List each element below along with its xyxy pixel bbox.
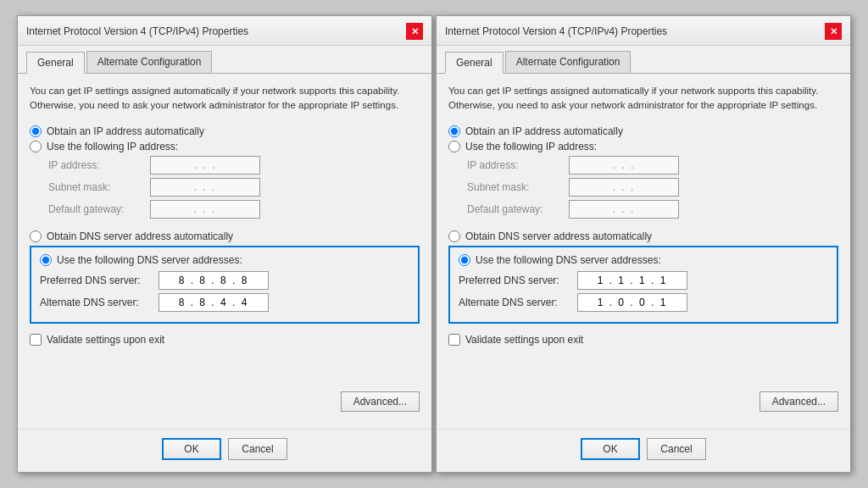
- button-row-left: OK Cancel: [18, 429, 431, 472]
- validate-checkbox-right[interactable]: [448, 334, 460, 346]
- ip-auto-radio-right[interactable]: [448, 125, 460, 137]
- dns-auto-radio-right[interactable]: [448, 230, 460, 242]
- subnet-row-right: Subnet mask:: [467, 178, 838, 197]
- gateway-row-right: Default gateway:: [467, 200, 838, 219]
- subnet-label-left: Subnet mask:: [48, 181, 150, 193]
- validate-row-right: Validate settings upon exit: [448, 334, 838, 346]
- title-bar-left: Internet Protocol Version 4 (TCP/IPv4) P…: [18, 16, 431, 46]
- validate-row-left: Validate settings upon exit: [30, 334, 420, 346]
- gateway-row-left: Default gateway:: [48, 200, 420, 219]
- dialog-left: Internet Protocol Version 4 (TCP/IPv4) P…: [17, 15, 432, 473]
- dialog-content-left: General Alternate Configuration You can …: [18, 46, 431, 472]
- gateway-input-right[interactable]: [569, 200, 679, 219]
- dns-manual-row-left: Use the following DNS server addresses:: [40, 254, 409, 266]
- preferred-dns-row-left: Preferred DNS server:: [40, 271, 409, 290]
- ip-auto-row-left: Obtain an IP address automatically: [30, 125, 420, 137]
- dns-auto-row-right: Obtain DNS server address automatically: [448, 230, 838, 242]
- subnet-input-left[interactable]: [150, 178, 260, 197]
- ip-section-right: Obtain an IP address automatically Use t…: [448, 125, 838, 225]
- dns-manual-section-right: Use the following DNS server addresses: …: [448, 246, 838, 324]
- ip-manual-label-right: Use the following IP address:: [465, 141, 597, 152]
- advanced-button-left[interactable]: Advanced...: [341, 391, 420, 412]
- preferred-dns-label-left: Preferred DNS server:: [40, 274, 159, 286]
- dns-manual-radio-left[interactable]: [40, 254, 52, 266]
- title-left: Internet Protocol Version 4 (TCP/IPv4) P…: [26, 25, 248, 37]
- tab-general-right[interactable]: General: [445, 52, 504, 74]
- preferred-dns-row-right: Preferred DNS server:: [459, 271, 828, 290]
- ok-button-right[interactable]: OK: [581, 438, 640, 460]
- ip-address-row-right: IP address:: [467, 156, 838, 175]
- subnet-label-right: Subnet mask:: [467, 181, 569, 193]
- dns-manual-radio-right[interactable]: [459, 254, 470, 266]
- dns-manual-row-right: Use the following DNS server addresses:: [459, 254, 828, 266]
- preferred-dns-label-right: Preferred DNS server:: [459, 274, 577, 286]
- alternate-dns-label-left: Alternate DNS server:: [40, 297, 159, 308]
- bottom-row-right: Advanced...: [448, 391, 838, 412]
- ip-auto-radio-left[interactable]: [30, 125, 42, 137]
- ip-manual-row-left: Use the following IP address:: [30, 141, 420, 152]
- alternate-dns-row-left: Alternate DNS server:: [40, 293, 409, 312]
- button-row-right: OK Cancel: [437, 429, 850, 472]
- dialog-right: Internet Protocol Version 4 (TCP/IPv4) P…: [436, 15, 851, 473]
- ip-address-input-left[interactable]: [150, 156, 260, 175]
- validate-checkbox-left[interactable]: [30, 334, 42, 346]
- cancel-button-right[interactable]: Cancel: [647, 438, 706, 460]
- ok-button-left[interactable]: OK: [162, 438, 221, 460]
- tab-alternate-left[interactable]: Alternate Configuration: [86, 51, 213, 73]
- title-bar-right: Internet Protocol Version 4 (TCP/IPv4) P…: [437, 16, 850, 46]
- cancel-button-left[interactable]: Cancel: [228, 438, 287, 460]
- gateway-label-left: Default gateway:: [48, 203, 150, 215]
- dns-manual-label-right: Use the following DNS server addresses:: [476, 254, 661, 266]
- ip-address-row-left: IP address:: [48, 156, 420, 175]
- gateway-label-right: Default gateway:: [467, 203, 569, 215]
- dns-manual-section-left: Use the following DNS server addresses: …: [30, 246, 420, 324]
- tab-alternate-right[interactable]: Alternate Configuration: [505, 51, 632, 73]
- subnet-input-right[interactable]: [569, 178, 679, 197]
- close-button-right[interactable]: ✕: [825, 23, 842, 40]
- dns-auto-radio-left[interactable]: [30, 230, 42, 242]
- tab-general-left[interactable]: General: [26, 52, 85, 74]
- ip-address-label-right: IP address:: [467, 159, 569, 171]
- ip-auto-row-right: Obtain an IP address automatically: [448, 125, 838, 137]
- gateway-input-left[interactable]: [150, 200, 260, 219]
- main-area-right: You can get IP settings assigned automat…: [437, 74, 850, 422]
- ip-fields-right: IP address: Subnet mask: Default gateway…: [467, 156, 838, 219]
- ip-section-left: Obtain an IP address automatically Use t…: [30, 125, 420, 225]
- tabs-right: General Alternate Configuration: [437, 46, 850, 74]
- ip-auto-label-right: Obtain an IP address automatically: [465, 125, 623, 137]
- dns-auto-label-right: Obtain DNS server address automatically: [465, 230, 652, 242]
- ip-address-label-left: IP address:: [48, 159, 150, 171]
- bottom-row-left: Advanced...: [30, 391, 420, 412]
- subnet-row-left: Subnet mask:: [48, 178, 420, 197]
- close-button-left[interactable]: ✕: [406, 23, 423, 40]
- tabs-left: General Alternate Configuration: [18, 46, 431, 74]
- preferred-dns-input-right[interactable]: [577, 271, 687, 290]
- preferred-dns-input-left[interactable]: [159, 271, 269, 290]
- validate-label-right: Validate settings upon exit: [465, 334, 583, 346]
- dns-auto-label-left: Obtain DNS server address automatically: [47, 230, 233, 242]
- ip-auto-label-left: Obtain an IP address automatically: [47, 125, 204, 137]
- dialog-content-right: General Alternate Configuration You can …: [437, 46, 850, 472]
- ip-manual-row-right: Use the following IP address:: [448, 141, 838, 152]
- main-area-left: You can get IP settings assigned automat…: [18, 74, 431, 422]
- ip-manual-label-left: Use the following IP address:: [47, 141, 178, 152]
- ip-address-input-right[interactable]: [569, 156, 679, 175]
- alternate-dns-row-right: Alternate DNS server:: [459, 293, 828, 312]
- ip-manual-radio-left[interactable]: [30, 141, 42, 152]
- dns-manual-label-left: Use the following DNS server addresses:: [57, 254, 242, 266]
- ip-fields-left: IP address: Subnet mask: Default gateway…: [48, 156, 420, 219]
- alternate-dns-label-right: Alternate DNS server:: [459, 297, 577, 308]
- advanced-button-right[interactable]: Advanced...: [760, 391, 838, 412]
- dialogs-container: Internet Protocol Version 4 (TCP/IPv4) P…: [17, 15, 851, 473]
- title-right: Internet Protocol Version 4 (TCP/IPv4) P…: [445, 25, 667, 37]
- alternate-dns-input-right[interactable]: [577, 293, 687, 312]
- validate-label-left: Validate settings upon exit: [47, 334, 164, 346]
- description-right: You can get IP settings assigned automat…: [448, 84, 838, 114]
- description-left: You can get IP settings assigned automat…: [30, 84, 420, 114]
- alternate-dns-input-left[interactable]: [159, 293, 269, 312]
- ip-manual-radio-right[interactable]: [448, 141, 460, 152]
- dns-auto-row-left: Obtain DNS server address automatically: [30, 230, 420, 242]
